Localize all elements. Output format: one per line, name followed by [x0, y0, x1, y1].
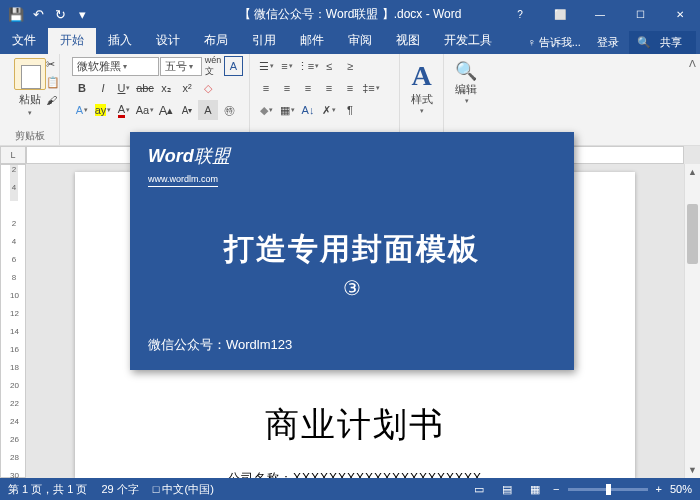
increase-indent-icon[interactable]: ≥ [340, 56, 360, 76]
distributed-icon[interactable]: ≡ [340, 78, 360, 98]
status-language[interactable]: □ 中文(中国) [153, 482, 214, 497]
doc-heading[interactable]: 商业计划书 [75, 402, 635, 448]
qat-undo[interactable]: ↶ [28, 4, 48, 24]
vertical-scrollbar[interactable]: ▲ ▼ [684, 164, 700, 478]
scroll-up-icon[interactable]: ▲ [685, 164, 700, 180]
grow-font-button[interactable]: A▴ [156, 100, 176, 120]
tab-developer[interactable]: 开发工具 [432, 27, 504, 54]
highlight-icon[interactable]: ay▾ [93, 100, 113, 120]
status-page[interactable]: 第 1 页，共 1 页 [8, 482, 87, 497]
align-center-icon[interactable]: ≡ [277, 78, 297, 98]
show-marks-icon[interactable]: ¶ [340, 100, 360, 120]
bold-button[interactable]: B [72, 78, 92, 98]
change-case-button[interactable]: Aa▾ [135, 100, 155, 120]
enclose-char-icon[interactable]: ㊕ [219, 100, 239, 120]
bullets-icon[interactable]: ☰▾ [256, 56, 276, 76]
window-title: 【 微信公众号：Word联盟 】.docx - Word [239, 6, 462, 23]
status-words[interactable]: 29 个字 [101, 482, 138, 497]
overlay-logo: Word联盟 [148, 146, 230, 166]
tab-mailings[interactable]: 邮件 [288, 27, 336, 54]
borders-icon[interactable]: ▦▾ [277, 100, 297, 120]
align-left-icon[interactable]: ≡ [256, 78, 276, 98]
zoom-level[interactable]: 50% [670, 483, 692, 495]
tell-me[interactable]: ♀ 告诉我... [521, 31, 586, 54]
qat-customize[interactable]: ▾ [72, 4, 92, 24]
subscript-button[interactable]: x₂ [156, 78, 176, 98]
tab-references[interactable]: 引用 [240, 27, 288, 54]
splash-overlay: Word联盟 www.wordlm.com 打造专用封面模板 ③ 微信公众号：W… [130, 132, 574, 370]
text-effects-icon[interactable]: A▾ [72, 100, 92, 120]
tab-review[interactable]: 审阅 [336, 27, 384, 54]
tab-insert[interactable]: 插入 [96, 27, 144, 54]
overlay-url: www.wordlm.com [148, 174, 218, 187]
ribbon-tabs: 文件 开始 插入 设计 布局 引用 邮件 审阅 视图 开发工具 ♀ 告诉我...… [0, 28, 700, 54]
italic-button[interactable]: I [93, 78, 113, 98]
ribbon-help-icon[interactable]: ? [500, 0, 540, 28]
justify-icon[interactable]: ≡ [319, 78, 339, 98]
copy-icon[interactable]: 📋 [46, 76, 60, 89]
qat-redo[interactable]: ↻ [50, 4, 70, 24]
superscript-button[interactable]: x² [177, 78, 197, 98]
clear-formatting-icon[interactable]: ◇ [198, 78, 218, 98]
scroll-down-icon[interactable]: ▼ [685, 462, 700, 478]
phonetic-guide-icon[interactable]: wén文 [203, 56, 222, 76]
cut-icon[interactable]: ✂ [46, 58, 55, 71]
sort-icon[interactable]: A↓ [298, 100, 318, 120]
qat-save[interactable]: 💾 [6, 4, 26, 24]
ruler-corner: L [0, 146, 26, 164]
numbering-icon[interactable]: ≡▾ [277, 56, 297, 76]
paste-label[interactable]: 粘贴 [19, 92, 41, 107]
overlay-title: 打造专用封面模板 [148, 229, 556, 270]
zoom-out-button[interactable]: − [553, 483, 559, 495]
tab-design[interactable]: 设计 [144, 27, 192, 54]
vertical-ruler[interactable]: 2424681012141618202224262830 [0, 164, 26, 478]
scroll-thumb[interactable] [687, 204, 698, 264]
collapse-ribbon-icon[interactable]: ᐱ [689, 58, 696, 69]
tab-file[interactable]: 文件 [0, 27, 48, 54]
login-link[interactable]: 登录 [591, 31, 625, 54]
align-right-icon[interactable]: ≡ [298, 78, 318, 98]
doc-company-line[interactable]: 公司名称：XXXXXXXXXXXXXXXXXXXXX [75, 470, 635, 478]
tab-layout[interactable]: 布局 [192, 27, 240, 54]
strikethrough-button[interactable]: abc [135, 78, 155, 98]
minimize-button[interactable]: — [580, 0, 620, 28]
asian-layout-icon[interactable]: ✗▾ [319, 100, 339, 120]
multilevel-list-icon[interactable]: ⋮≡▾ [298, 56, 318, 76]
styles-button[interactable]: A 样式 ▾ [406, 56, 437, 119]
zoom-slider[interactable] [568, 488, 648, 491]
format-painter-icon[interactable]: 🖌 [46, 94, 57, 106]
font-name-combo[interactable]: 微软雅黑▾ [72, 57, 159, 76]
share-button[interactable]: 🔍 共享 [629, 31, 696, 54]
overlay-number: ③ [148, 276, 556, 300]
shrink-font-button[interactable]: A▾ [177, 100, 197, 120]
char-border-icon[interactable]: A [224, 56, 243, 76]
shading-icon[interactable]: ◆▾ [256, 100, 276, 120]
decrease-indent-icon[interactable]: ≤ [319, 56, 339, 76]
close-button[interactable]: ✕ [660, 0, 700, 28]
tab-home[interactable]: 开始 [48, 27, 96, 54]
editing-button[interactable]: 🔍 编辑 ▾ [450, 56, 482, 109]
web-layout-icon[interactable]: ▦ [525, 481, 545, 497]
clipboard-group-label: 剪贴板 [6, 127, 53, 145]
underline-button[interactable]: U▾ [114, 78, 134, 98]
maximize-button[interactable]: ☐ [620, 0, 660, 28]
tab-view[interactable]: 视图 [384, 27, 432, 54]
font-size-combo[interactable]: 五号▾ [160, 57, 203, 76]
char-shading-icon[interactable]: A [198, 100, 218, 120]
read-mode-icon[interactable]: ▭ [469, 481, 489, 497]
zoom-in-button[interactable]: + [656, 483, 662, 495]
print-layout-icon[interactable]: ▤ [497, 481, 517, 497]
line-spacing-icon[interactable]: ‡≡▾ [361, 78, 381, 98]
font-color-icon[interactable]: A▾ [114, 100, 134, 120]
paste-icon[interactable] [14, 58, 46, 90]
overlay-footer: 微信公众号：Wordlm123 [148, 336, 292, 354]
ribbon-display-options[interactable]: ⬜ [540, 0, 580, 28]
